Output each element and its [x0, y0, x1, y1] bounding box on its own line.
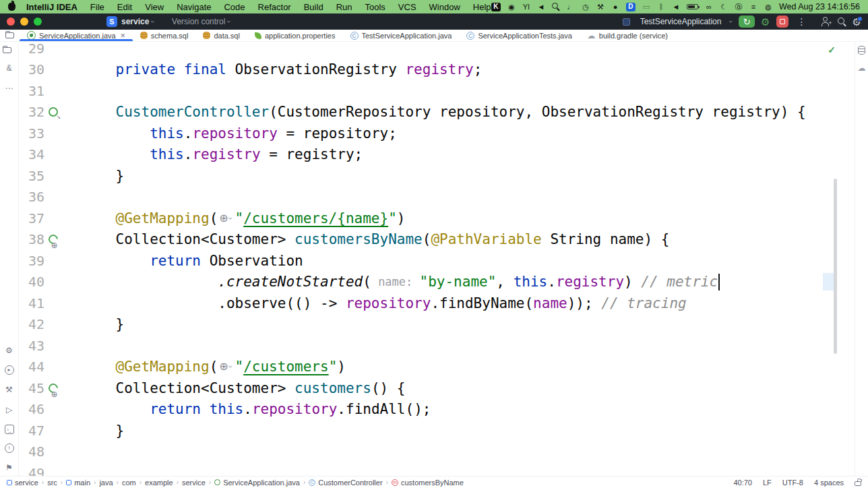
menu-tools[interactable]: Tools [365, 2, 385, 12]
inspections-ok-icon[interactable]: ✓ [828, 44, 836, 55]
circle-a-icon[interactable]: ⓐ [735, 3, 743, 11]
project-tool-icon[interactable] [3, 47, 11, 53]
project-name: service [121, 17, 149, 26]
keka-icon[interactable]: K [491, 3, 501, 11]
debug-button[interactable]: ⚙ [761, 17, 770, 27]
music-recognition-icon[interactable]: ♩ [567, 3, 575, 11]
menu-vcs[interactable]: VCS [398, 2, 416, 12]
close-window-button[interactable] [7, 18, 15, 26]
class-icon: C [309, 479, 315, 486]
breadcrumb-java[interactable]: java [99, 479, 113, 487]
spring-bean-gutter-icon[interactable] [49, 107, 58, 117]
stack-icon[interactable]: ≡ [749, 3, 757, 11]
search-everywhere-icon[interactable] [837, 17, 846, 26]
scrollbar-thumb[interactable] [834, 179, 837, 354]
time-tracker-icon[interactable]: ◷ [582, 3, 590, 11]
volume-muted-icon[interactable]: ◄ [537, 3, 545, 11]
rerun-button[interactable]: ↻ [739, 16, 755, 28]
display-color-icon[interactable]: ◉ [507, 3, 516, 11]
breadcrumb-customersbyname[interactable]: mcustomersByName [392, 479, 464, 487]
tab-serviceapplicationtests.java[interactable]: CServiceApplicationTests.java [459, 30, 579, 41]
tab-schema.sql[interactable]: schema.sql [133, 30, 196, 41]
more-actions-icon[interactable]: ⋮ [797, 16, 807, 27]
project-folder-icon[interactable] [5, 32, 14, 38]
code-line: 29 [19, 42, 855, 59]
breadcrumb-service[interactable]: service [7, 479, 38, 487]
menu-navigate[interactable]: Navigate [177, 2, 211, 12]
tab-testserviceapplication.java[interactable]: CTestServiceApplication.java [343, 30, 460, 41]
breadcrumb-main[interactable]: main [66, 479, 90, 487]
services-tool-icon[interactable]: ⚙ [4, 345, 15, 356]
settings-gear-icon[interactable]: ⚙ [852, 17, 861, 27]
endpoint-gutter-icon[interactable]: ⊕ [46, 382, 60, 395]
todo-tool-icon[interactable]: ⚑ [4, 462, 15, 473]
menu-build[interactable]: Build [304, 2, 323, 12]
gradle-file-icon: ☁ [587, 31, 596, 40]
menu-refactor[interactable]: Refactor [258, 2, 291, 12]
bluetooth-icon[interactable]: ᛒ [657, 3, 665, 11]
gradle-tool-icon[interactable]: ☁ [858, 64, 866, 72]
line-separator[interactable]: LF [763, 479, 772, 487]
utility-icon[interactable]: ⚒ [596, 3, 604, 11]
menu-intellij-idea[interactable]: IntelliJ IDEA [26, 2, 78, 12]
menu-file[interactable]: File [90, 2, 104, 12]
menu-code[interactable]: Code [224, 2, 245, 12]
browser-icon[interactable]: ◍ [764, 3, 772, 11]
breadcrumb-service[interactable]: service [182, 479, 206, 487]
breadcrumb-separator: › [177, 479, 179, 486]
run-tool-icon[interactable]: ▸ [5, 365, 14, 375]
line-number: 30 [19, 61, 44, 78]
unlocked-icon[interactable] [855, 481, 861, 486]
tab-build.gradle-service-[interactable]: ☁build.gradle (service) [580, 30, 675, 41]
screen-capture-icon[interactable]: ▭ [642, 3, 650, 11]
stop-button[interactable] [776, 16, 788, 28]
more-tool-windows-icon[interactable]: ⋯ [4, 83, 15, 94]
breadcrumb-customercontroller[interactable]: CCustomerController [309, 479, 382, 487]
file-encoding[interactable]: UTF-8 [782, 479, 803, 487]
search-app-icon[interactable] [552, 3, 560, 11]
apple-menu-icon[interactable] [8, 3, 16, 11]
breadcrumb-serviceapplication.java[interactable]: ServiceApplication.java [214, 479, 300, 487]
breadcrumb-label: CustomerController [318, 479, 382, 487]
minimize-window-button[interactable] [20, 18, 28, 26]
menu-clock[interactable]: Wed Aug 23 14:16:56 [779, 2, 860, 11]
endpoint-gutter-icon[interactable]: ⊕ [46, 233, 60, 246]
menu-window[interactable]: Window [429, 2, 460, 12]
problems-tool-icon[interactable]: ! [5, 444, 14, 453]
tab-data.sql[interactable]: data.sql [195, 30, 247, 41]
menu-run[interactable]: Run [336, 2, 352, 12]
docker-icon[interactable]: D [626, 3, 636, 11]
do-not-disturb-icon[interactable]: ☾ [720, 3, 728, 11]
menu-help[interactable]: Help [473, 2, 491, 12]
url-mapping-icon[interactable]: ⊕› [219, 361, 232, 372]
tab-serviceapplication.java[interactable]: ServiceApplication.java× [20, 30, 133, 41]
project-widget[interactable]: S service › [106, 16, 154, 27]
code-with-me-icon[interactable]: + [821, 17, 831, 26]
menu-view[interactable]: View [145, 2, 164, 12]
play-tool-icon[interactable]: ▷ [4, 404, 15, 415]
indent-style[interactable]: 4 spaces [814, 479, 844, 487]
battery-icon[interactable] [687, 4, 698, 9]
breadcrumb-src[interactable]: src [47, 479, 57, 487]
line-number: 33 [19, 125, 44, 142]
run-config-name[interactable]: TestServiceApplication [640, 17, 722, 26]
caret-position[interactable]: 40:70 [733, 479, 752, 487]
zoom-window-button[interactable] [34, 18, 42, 26]
structure-tool-icon[interactable]: & [4, 63, 15, 73]
terminal-tool-icon[interactable]: ›_ [5, 425, 14, 434]
volume-icon[interactable]: ◄ [672, 3, 680, 11]
breadcrumb-example[interactable]: example [145, 479, 173, 487]
menu-edit[interactable]: Edit [117, 2, 132, 12]
tab-application.properties[interactable]: application.properties [247, 30, 343, 41]
editor[interactable]: 2930 private final ObservationRegistry r… [19, 42, 855, 476]
url-mapping-icon[interactable]: ⊕› [219, 213, 232, 224]
vcs-widget[interactable]: Version control › [172, 17, 230, 26]
breadcrumb-com[interactable]: com [122, 479, 136, 487]
build-tool-icon[interactable]: ⚒ [4, 384, 15, 395]
close-icon[interactable]: × [121, 32, 125, 40]
database-tool-icon[interactable] [858, 46, 865, 55]
code-line: 36 [19, 187, 855, 208]
assistant-icon[interactable]: ● [611, 3, 619, 11]
tuner-icon[interactable]: YI [522, 3, 530, 11]
link-icon[interactable]: ∞ [705, 3, 713, 11]
